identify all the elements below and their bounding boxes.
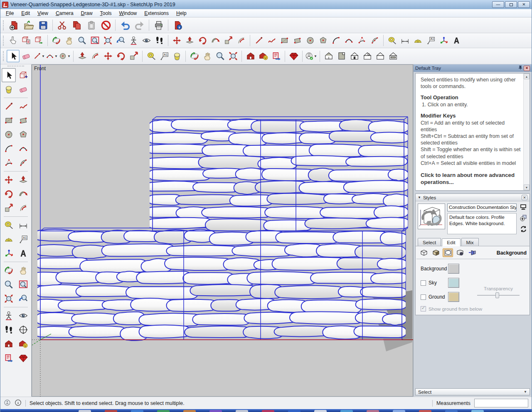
follow-me-button[interactable] [16,187,30,201]
follow-me-button[interactable] [209,34,222,47]
instructor-scrollbar[interactable]: ▲ ▼ [523,74,530,190]
move-button[interactable] [101,50,114,62]
walk-button[interactable] [2,323,16,337]
taskbar-app-button[interactable] [419,410,431,412]
text-button[interactable]: A1 [158,50,170,62]
protractor-button[interactable] [411,34,424,47]
menu-tools[interactable]: Tools [96,10,116,17]
taskbar-app-button[interactable] [340,410,353,412]
scale-button[interactable] [127,50,140,62]
erase-button[interactable] [99,18,113,32]
background-settings-icon[interactable] [443,248,453,257]
dropdown-arrow-icon[interactable]: ▼ [54,54,58,58]
toolbar-grip[interactable] [3,20,5,30]
taskbar-app-button[interactable] [262,410,274,412]
new-button[interactable] [7,18,21,32]
tray-title-bar[interactable]: Default Tray ✕ [414,64,532,72]
look-around-button[interactable] [16,309,30,323]
paint-bucket-button[interactable] [170,50,183,62]
zoom-button[interactable] [2,277,16,292]
taskbar-app-button[interactable] [131,410,143,412]
dimension-button[interactable] [16,218,30,232]
right-view-button[interactable] [361,50,374,62]
3d-warehouse-button[interactable] [244,50,257,62]
left-view-button[interactable] [387,50,399,62]
model-viewport[interactable]: Front [32,64,413,397]
move-button[interactable] [170,34,183,47]
select-button[interactable] [2,68,16,82]
push-pull-button[interactable] [183,34,196,47]
scale-button[interactable] [2,201,16,215]
pie-button[interactable] [368,34,381,47]
create-new-style-icon[interactable] [520,214,527,223]
freehand-button[interactable] [265,34,278,47]
eraser-button[interactable] [16,82,30,96]
scroll-up-icon[interactable]: ▲ [524,74,530,79]
pie-button[interactable] [16,156,30,170]
orbit-button[interactable] [50,34,63,47]
zoom-previous-button[interactable] [16,292,30,306]
account-button[interactable]: ▼ [305,50,318,62]
polygon-button[interactable] [317,34,330,47]
face-settings-icon[interactable] [431,248,441,257]
geolocation-icon[interactable] [4,399,11,407]
interact-button[interactable] [7,34,20,47]
3d-text-button[interactable] [16,246,30,260]
minimize-button[interactable]: — [492,1,504,8]
styles-close-icon[interactable]: ✕ [522,195,527,200]
open-button[interactable] [21,18,36,32]
rotate-button[interactable] [196,34,209,47]
extension-warehouse-button[interactable] [287,50,300,62]
text-button[interactable]: A1 [424,34,437,47]
tape-measure-button[interactable] [386,34,399,47]
undo-button[interactable] [118,18,132,32]
tab-mix[interactable]: Mix [461,238,479,246]
style-name-input[interactable]: Construction Documentation Sty [447,204,517,211]
menu-camera[interactable]: Camera [52,10,77,17]
walk-button[interactable] [153,34,166,47]
menu-edit[interactable]: Edit [17,10,34,17]
taskbar-app-button[interactable] [209,410,222,412]
zoom-window-button[interactable] [89,34,101,47]
zoom-previous-button[interactable] [114,34,127,47]
rotate-button[interactable] [2,187,16,201]
three-point-arc-button[interactable] [2,156,16,170]
taskbar-app-button[interactable] [471,410,484,412]
component-options-button[interactable] [20,34,32,47]
offset-button[interactable] [235,34,248,47]
3d-text-button[interactable] [450,34,463,47]
menu-view[interactable]: View [34,10,52,17]
paste-button[interactable] [84,18,99,32]
watermark-settings-icon[interactable] [455,248,465,257]
style-description[interactable]: Default face colors. Profile Edges. Whit… [447,213,517,234]
close-button[interactable]: ✕ [518,1,530,8]
copy-button[interactable] [69,18,84,32]
styles-panel-header[interactable]: ▼ Styles ✕ [416,194,530,201]
dimension-button[interactable] [399,34,411,47]
sky-color-swatch[interactable] [448,278,459,288]
slider-thumb[interactable] [495,292,499,298]
dropdown-arrow-icon[interactable]: ▼ [314,54,317,58]
pin-icon[interactable] [518,65,522,71]
two-point-arc-button[interactable] [342,34,355,47]
zoom-extents-button[interactable] [2,292,16,306]
rectangle-button[interactable] [2,113,16,128]
move-button[interactable] [2,173,16,187]
tray-close-icon[interactable]: ✕ [524,66,530,71]
make-component-button[interactable] [16,68,30,82]
cut-button[interactable] [55,18,69,32]
polygon-button[interactable] [16,128,30,142]
orbit-button[interactable] [2,263,16,277]
taskbar-app-button[interactable] [157,410,170,412]
zoom-button[interactable] [76,34,89,47]
share-component-button[interactable] [270,50,283,62]
extension-warehouse-button[interactable] [16,351,30,365]
share-component-button[interactable] [2,351,16,365]
eraser-button[interactable] [20,50,32,62]
rotate-button[interactable] [114,50,127,62]
taskbar-app-button[interactable] [393,410,405,412]
taskbar-app-button[interactable] [105,410,117,412]
pan-button[interactable] [201,50,214,62]
menu-extensions[interactable]: Extensions [140,10,172,17]
lines-menu-button[interactable]: ▼ [32,50,45,62]
